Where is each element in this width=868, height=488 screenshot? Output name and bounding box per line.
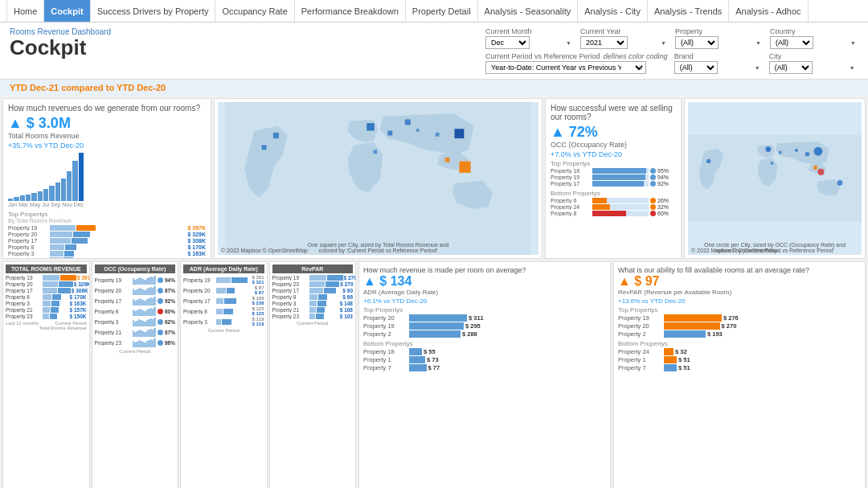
svg-rect-3 (405, 119, 411, 125)
nav-adhoc[interactable]: Analysis - Adhoc (729, 0, 808, 22)
list-item: Property 2 $ 193 (618, 330, 861, 338)
world-map-left: © 2022 Mapbox © OpenStreetMap One square… (214, 98, 542, 259)
revenue-bar (61, 178, 66, 201)
kpi-trr-rows: Property 19 $ 397KProperty 20 $ 329KProp… (6, 275, 87, 319)
revpar-top-props: Property 19 $ 276Property 20 $ 270Proper… (618, 314, 861, 338)
svg-point-16 (814, 147, 823, 156)
kpi-occ: OCC (Occupancy Rate) Property 19 94%Prop… (92, 261, 179, 488)
revenue-bar (49, 186, 54, 201)
revenue-content: ▲ $ 3.0M Total Rooms Revenue +35.7% vs Y… (8, 115, 206, 207)
kpi-occ-header: OCC (Occupancy Rate) (95, 265, 176, 273)
list-item: Property 24 $ 32 (618, 348, 861, 355)
revenue-bar (31, 193, 36, 201)
table-row: Property 3 $ 119 $ 119 (183, 317, 264, 326)
table-row: Property 8 $ 170K (6, 294, 87, 300)
adr-bottom-label: Bottom Propertys (363, 340, 606, 347)
svg-rect-1 (366, 123, 375, 131)
nav-home[interactable]: Home (6, 0, 44, 22)
list-item: Property 8 $ 170K (8, 244, 206, 250)
table-row: Property 20 $ 270 (272, 281, 354, 287)
navigation-bar: Home Cockpit Success Drivers by Property… (0, 0, 868, 23)
kpi-adr: ADR (Average Daily Rate) Property 19 $ 2… (180, 261, 268, 488)
occ-label: OCC (Occupancy Rate) (551, 141, 676, 149)
kpi-revpar-header: RevPAR (272, 265, 354, 273)
property-select[interactable]: (All) (675, 36, 719, 49)
current-year-select[interactable]: 2021 (580, 36, 628, 49)
table-row: Property 17 $ 109 $ 238 (183, 296, 264, 306)
filter-brand: Brand (All) (674, 52, 763, 74)
table-row: Property 8 $ 125 $ 125 (183, 306, 264, 316)
revenue-bar (67, 171, 72, 201)
table-row: Property 19 $ 276 (272, 275, 354, 281)
svg-rect-8 (445, 158, 450, 162)
header: Rooms Revenue Dashboard Cockpit Current … (0, 23, 868, 80)
kpi-tables-section: TOTAL ROOMS REVENUE Property 19 $ 397KPr… (2, 261, 356, 488)
map-svg-left (218, 102, 538, 255)
current-month-label: Current Month (485, 27, 574, 35)
kpi-adr-rows: Property 19 $ 291 $ 321 Property 20 $ 87… (183, 275, 264, 326)
map-note-right: One circle per City, sized by OCC (Occup… (694, 242, 855, 253)
nav-cockpit[interactable]: Cockpit (44, 0, 90, 22)
table-row: Property 19 $ 291 $ 321 (183, 275, 264, 285)
revenue-left: ▲ $ 3.0M Total Rooms Revenue +35.7% vs Y… (8, 115, 84, 207)
list-item: Property 17 $ 308K (8, 238, 206, 244)
kpi-trr-header: TOTAL ROOMS REVENUE (6, 265, 87, 273)
nav-occupancy[interactable]: Occupancy Rate (215, 0, 294, 22)
list-item: Property 1 $ 51 (618, 356, 861, 363)
brand-select[interactable]: (All) (674, 61, 718, 74)
occ-section: How successful were we at selling our ro… (545, 98, 866, 259)
occ-top-props: Property 18 95%Property 19 94%Property 1… (551, 167, 676, 187)
svg-point-22 (837, 180, 843, 186)
svg-point-19 (813, 166, 817, 170)
revenue-bar (20, 195, 25, 201)
country-select[interactable]: (All) (770, 36, 813, 49)
occ-vs: +7.0% vs YTD Dec-20 (551, 150, 676, 158)
period-label: Current Period vs Reference Period (485, 52, 600, 60)
occ-value: ▲ 72% (551, 124, 676, 141)
list-item: Property 24 32% (551, 204, 676, 210)
svg-rect-10 (262, 145, 267, 150)
current-month-select[interactable]: Dec (485, 36, 530, 49)
revenue-top-props: Top PropertysBy Total Rooms RevenuePrope… (8, 211, 206, 259)
list-item: Property 7 $ 77 (363, 364, 606, 371)
nav-success-drivers[interactable]: Success Drivers by Property (91, 0, 216, 22)
kpi-adr-footer: Current Period (183, 328, 264, 333)
map-note-left: One square per City, sized by Total Room… (298, 242, 459, 253)
current-year-label: Current Year (580, 27, 669, 35)
page-title: Cockpit (10, 36, 111, 59)
nav-property-detail[interactable]: Property Detail (406, 0, 478, 22)
table-row: Property 3 $ 163K (6, 301, 87, 306)
header-left: Rooms Revenue Dashboard Cockpit (10, 27, 111, 59)
nav-seasonality[interactable]: Analysis - Seasonality (478, 0, 579, 22)
occ-bottom-props: Property 6 26%Property 24 32%Property 8 … (551, 197, 676, 217)
revpar-bottom-props: Property 24 $ 32Property 1 $ 51Property … (618, 348, 861, 371)
kpi-revpar-footer: Current Period (272, 321, 354, 326)
nav-trends[interactable]: Analysis - Trends (648, 0, 729, 22)
list-item: Property 19 $ 295 (363, 322, 606, 330)
revenue-bar (79, 153, 84, 201)
city-select[interactable]: (All) (769, 61, 813, 74)
header-filters: Current Month Dec Current Year 2021 Prop… (485, 27, 858, 74)
svg-rect-7 (374, 150, 378, 154)
list-item: Property 8 60% (551, 211, 676, 216)
bar-labels: JanMarMayJulSepNovDec (8, 202, 84, 207)
nav-performance[interactable]: Performance Breakdown (295, 0, 406, 22)
table-row: Property 19 $ 397K (6, 275, 87, 281)
svg-point-20 (817, 169, 824, 175)
revpar-top-label: Top Propertys (618, 306, 861, 314)
filter-row-2: Current Period vs Reference Period defin… (485, 52, 858, 74)
nav-city[interactable]: Analysis - City (578, 0, 648, 22)
ytd-text: YTD Dec-21 compared to YTD Dec-20 (10, 83, 166, 92)
revenue-bar-chart (8, 153, 84, 201)
svg-rect-5 (416, 129, 420, 132)
table-row: Property 20 $ 87 $ 87 (183, 285, 264, 295)
list-item: Property 6 26% (551, 198, 676, 203)
ytd-banner: YTD Dec-21 compared to YTD Dec-20 (0, 80, 868, 96)
filter-country: Country (All) (770, 27, 858, 49)
adr-detail-panel: How much revenue is made per room on ave… (358, 261, 611, 488)
country-label: Country (770, 27, 858, 35)
table-row: Property 3 62% (95, 317, 176, 326)
period-select[interactable]: Year-to-Date: Current Year vs Previous Y… (485, 61, 646, 74)
revenue-bar (55, 182, 60, 201)
occ-top-label: Top Propertys (551, 160, 676, 167)
